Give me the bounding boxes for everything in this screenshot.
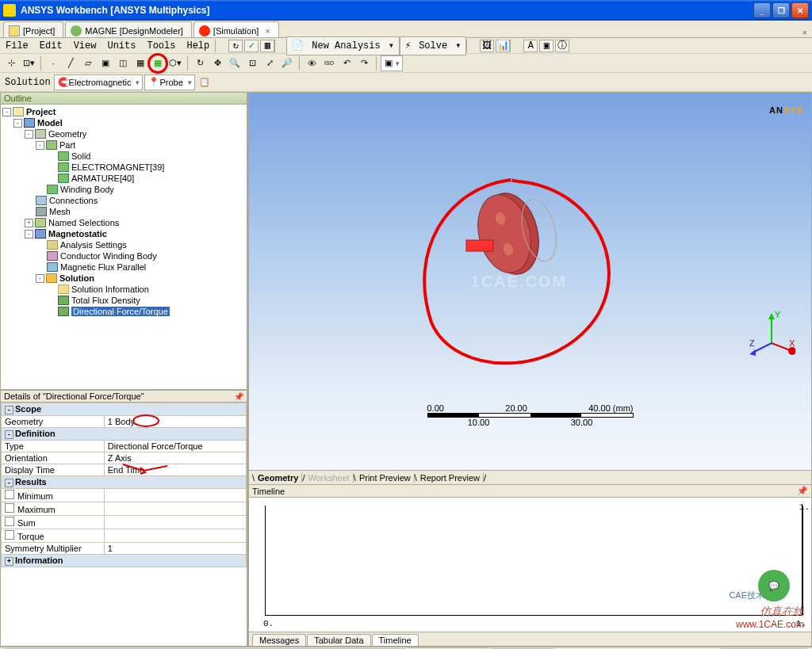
select-face-icon[interactable]: ▱ [80,55,96,71]
tab-timeline[interactable]: Timeline [372,634,419,646]
tree-solution[interactable]: Solution [59,273,94,283]
toolbar-image-icon[interactable]: 🖼 [480,40,494,52]
tab-report-preview[interactable]: Report Preview [417,473,484,483]
select-mode-box-icon[interactable]: ⊡▾ [21,55,36,71]
close-button[interactable]: ✕ [791,2,809,18]
select-body-icon[interactable]: ▣ [98,55,113,71]
tab-simulation[interactable]: [Simulation] × [193,21,279,37]
tree-winding-body[interactable]: Winding Body [60,185,114,194]
details-type-value[interactable]: Directional Force/Torque [104,441,246,452]
tab-print-preview[interactable]: Print Preview [356,473,415,483]
select-mode-vertex-icon[interactable]: ⊹ [3,55,19,71]
tab-close-icon[interactable]: × [265,26,270,36]
zoom-box-icon[interactable]: ⊡ [244,55,260,71]
watermark-url: www.1CAE.com [736,619,804,630]
tree-mesh[interactable]: Mesh [49,207,71,216]
tab-designmodeler[interactable]: MAGNE [DesignModeler] [65,21,192,37]
details-display-time-value[interactable]: End Time [104,464,246,476]
tree-analysis-settings[interactable]: Analysis Settings [60,240,127,250]
solution-label: Solution [3,77,52,88]
electromagnetic-dropdown[interactable]: 🧲Electromagnetic [54,74,144,90]
menu-edit[interactable]: Edit [34,39,68,53]
display-style-dropdown[interactable]: ▣ [381,55,403,71]
menu-tools[interactable]: Tools [141,39,181,53]
outline-tree[interactable]: -Project -Model -Geometry -Part Solid EL… [0,105,247,390]
tree-project[interactable]: Project [26,107,56,116]
tree-part[interactable]: Part [59,140,75,150]
flux-icon [47,262,58,272]
menu-view[interactable]: View [68,39,102,53]
new-analysis-dropdown[interactable]: 📄New Analysis ▾ [286,36,400,55]
winding-icon [47,185,58,194]
tab-geometry[interactable]: Geometry [255,473,302,483]
model-icon [24,118,35,128]
iso-icon[interactable]: ISO [321,55,337,71]
tree-named-selections[interactable]: Named Selections [48,218,119,227]
svg-marker-8 [768,313,775,319]
solve-dropdown[interactable]: ⚡Solve ▾ [400,36,466,55]
look-at-icon[interactable]: 👁 [304,55,320,71]
pin-icon[interactable]: 📌 [797,486,808,496]
select-face2-icon[interactable]: ◫ [115,55,131,71]
minimize-button[interactable]: _ [753,2,771,18]
toolbar-worksheet-icon[interactable]: ▦ [260,40,274,52]
menu-file[interactable]: File [0,39,34,53]
tree-solution-information[interactable]: Solution Information [71,284,149,294]
bottom-tabs: Messages Tabular Data Timeline [248,632,812,647]
pin-icon[interactable]: 📌 [234,392,243,401]
tree-geometry[interactable]: Geometry [48,129,86,139]
tree-magnetostatic[interactable]: Magnetostatic [48,229,107,239]
toolbar-section-icon[interactable]: ▣ [539,40,553,52]
toolbar-refresh-icon[interactable]: ↻ [228,40,243,52]
prev-view-icon[interactable]: ↶ [339,55,354,71]
tree-electromagnet[interactable]: ELECTROMAGNET[39] [71,162,164,172]
select-body3-icon[interactable]: ▦ [150,55,166,71]
toolbar-info-icon[interactable]: ⓘ [555,40,569,52]
timeline-chart[interactable]: 0. 1. 1. [248,498,812,632]
menu-help[interactable]: Help [181,39,215,53]
tree-directional-force-torque[interactable]: Directional Force/Torque [71,307,170,316]
probe-dropdown[interactable]: 📍Probe [144,74,194,90]
triad-icon[interactable]: Y X Z [748,311,795,359]
tab-project[interactable]: [Project] [3,21,63,37]
tabs-overflow-close[interactable]: × [802,28,812,37]
select-edge-icon[interactable]: ╱ [63,55,79,71]
designmodeler-icon [71,25,82,36]
toolbar-chart-icon[interactable]: 📊 [496,40,510,52]
extend-selection-icon[interactable]: ⬡▾ [167,55,183,71]
tree-connections[interactable]: Connections [49,196,98,205]
tab-tabular-data[interactable]: Tabular Data [307,634,370,646]
details-geometry-value[interactable]: 1 Body [108,417,135,426]
pan-icon[interactable]: ✥ [209,55,225,71]
toolbar-check-icon[interactable]: ✓ [244,40,259,52]
rotate-icon[interactable]: ↻ [192,55,208,71]
select-body2-icon[interactable]: ▦ [132,55,148,71]
tab-messages[interactable]: Messages [252,634,306,646]
next-view-icon[interactable]: ↷ [356,55,372,71]
maximize-button[interactable]: ❐ [772,2,790,18]
details-orientation-value[interactable]: Z Axis [104,452,246,464]
details-panel[interactable]: -Scope Geometry1 Body -Definition TypeDi… [0,403,247,647]
toolbar-annotation-icon[interactable]: A [523,40,538,52]
menu-units[interactable]: Units [102,39,141,53]
details-symmetry-multiplier-value[interactable]: 1 [104,543,246,555]
expand-icon[interactable]: - [2,108,11,116]
svg-point-10 [788,347,795,355]
tree-solid[interactable]: Solid [71,151,90,161]
user-defined-result-icon[interactable]: 📋 [197,74,213,90]
zoom-icon[interactable]: 🔍 [227,55,243,71]
tree-total-flux-density[interactable]: Total Flux Density [71,296,140,305]
magnify-icon[interactable]: 🔎 [279,55,295,71]
tree-armature[interactable]: ARMATURE[40] [71,174,134,183]
result-icon [58,307,69,316]
3d-viewport[interactable]: ANSYS 1CAE.COM [248,92,812,471]
tree-magnetic-flux-parallel[interactable]: Magnetic Flux Parallel [60,262,146,272]
zoom-fit-icon[interactable]: ⤢ [262,55,278,71]
view-toolbar: ⊹ ⊡▾ · ╱ ▱ ▣ ◫ ▦ ▦ ⬡▾ ↻ ✥ 🔍 ⊡ ⤢ 🔎 👁 ISO … [0,54,812,73]
result-icon [58,296,69,305]
svg-text:X: X [789,338,795,348]
tab-worksheet[interactable]: Worksheet [304,473,353,483]
tree-model[interactable]: Model [37,118,63,128]
select-vertex-icon[interactable]: · [45,55,61,71]
tree-conductor-winding[interactable]: Conductor Winding Body [60,251,157,261]
